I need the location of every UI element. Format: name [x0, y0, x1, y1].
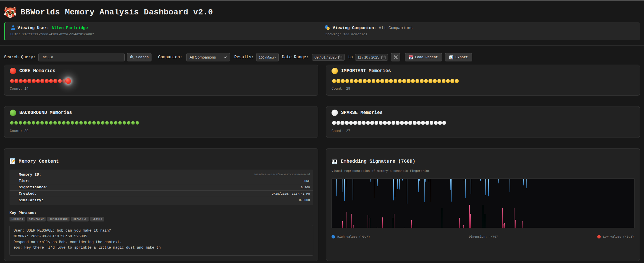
svg-text:17: 17 [410, 57, 412, 59]
